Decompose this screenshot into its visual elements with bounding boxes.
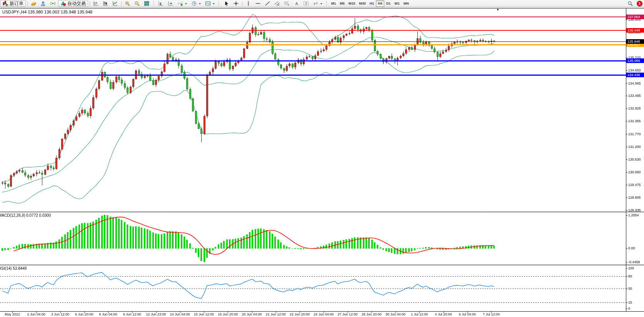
timeframe-button-m30[interactable]: M30 [357, 0, 368, 7]
price-tick-label: 131.770 [628, 132, 641, 136]
new-order-button[interactable]: 新订单 [0, 0, 26, 7]
macd-tick-label: -0.4458 [628, 260, 640, 264]
time-axis-label[interactable]: 3 Jun 12:00 [51, 312, 69, 316]
timeframe-button-d1[interactable]: D1 [384, 0, 393, 7]
chevron-down-icon: ▼ [212, 2, 215, 5]
timeframe-button-h1[interactable]: H1 [368, 0, 376, 7]
time-axis-label[interactable]: 28 Jun 20:00 [362, 312, 382, 316]
time-axis-label[interactable]: 8 Jun 04:00 [99, 312, 117, 316]
rsi-tick-label: 100 [628, 266, 634, 270]
time-axis-label[interactable]: 4 Jul 20:00 [435, 312, 452, 316]
zoom-out-button[interactable] [133, 0, 142, 7]
crosshair-button[interactable] [232, 0, 240, 7]
time-axis-label[interactable]: 2 Jun 04:00 [27, 312, 45, 316]
channel-button[interactable]: E [273, 0, 282, 7]
time-axis-label[interactable]: 12 Jun 23:00 [146, 312, 166, 316]
toolbar-separator [121, 1, 122, 6]
indicators-button[interactable]: ▼ [176, 0, 189, 7]
autotrading-button-label: 自动交易 [67, 0, 86, 7]
zoom-in-icon [125, 1, 130, 6]
macd-tick-label: 1.2054 [628, 213, 639, 217]
text-button[interactable]: A [292, 0, 301, 7]
timeframe-button-w1[interactable]: W1 [392, 0, 402, 7]
auto-scroll-button[interactable] [157, 0, 165, 7]
chart-line-icon [112, 1, 118, 6]
time-axis-label[interactable]: May 2022 [5, 312, 20, 316]
cursor-button[interactable] [222, 0, 231, 7]
autotrading-button[interactable]: 自动交易 [58, 0, 88, 7]
price-level-badge: 134.436 [626, 73, 644, 77]
time-axis-label[interactable]: 14 Jun 04:00 [170, 312, 190, 316]
mt4-terminal-window: 新订单自动交易▼▼▼EFAT▼M1M5M15M30H1H4D1W1MN1 USD… [0, 0, 644, 317]
search-button[interactable] [626, 0, 635, 7]
toolbar-grip [153, 1, 155, 6]
indicators-icon [177, 1, 183, 6]
price-tick-label: 130.630 [628, 158, 641, 161]
text-icon: A [294, 1, 299, 6]
time-axis-label[interactable]: 7 Jul 12:00 [483, 312, 500, 316]
fibonacci-button[interactable]: F [282, 0, 291, 7]
rsi-indicator-label: RSI(14) 53.8449 [0, 266, 27, 271]
chevron-down-icon: ▼ [199, 2, 201, 5]
timeframe-button-mn[interactable]: MN [402, 0, 411, 7]
time-axis-label[interactable]: 1 Jul 12:00 [411, 312, 428, 316]
timeframe-button-m15[interactable]: M15 [347, 0, 357, 7]
tile-windows-button[interactable] [142, 0, 151, 7]
time-axis-label[interactable]: 24 Jun 04:00 [314, 312, 334, 316]
rsi-tick-label: 50 [628, 287, 632, 290]
chart-bars-button[interactable] [92, 0, 100, 7]
notification-badge[interactable]: 1 [637, 1, 642, 7]
vertical-line-button[interactable] [244, 0, 253, 7]
auto-scroll-icon [158, 1, 164, 6]
price-level-badge: 136.448 [626, 28, 644, 33]
time-axis-label[interactable]: 30 Jun 04:00 [385, 312, 405, 316]
price-tick-label: 132.355 [628, 119, 641, 123]
zoom-in-button[interactable] [123, 0, 132, 7]
time-axis-label[interactable]: 6 Jul 04:00 [459, 312, 476, 316]
time-axis-label[interactable]: 21 Jun 12:00 [266, 312, 286, 316]
macd-indicator-label: MACD(12,26,9) 0.0772 0.0300 [0, 213, 51, 217]
autotrade-icon [60, 1, 66, 6]
time-axis-label[interactable]: 15 Jun 12:00 [194, 312, 214, 316]
time-axis-label[interactable]: 22 Jun 20:00 [290, 312, 310, 316]
symbols-button[interactable] [29, 0, 38, 7]
chart-shift-marker-icon[interactable]: ▼ [496, 8, 499, 12]
profile-button[interactable] [39, 0, 48, 7]
timeframe-button-m1[interactable]: M1 [329, 0, 338, 7]
time-axis-label[interactable]: 27 Jun 12:00 [337, 312, 357, 316]
time-axis-label[interactable]: 9 Jun 12:00 [123, 312, 141, 316]
arrows-button[interactable]: ▼ [311, 0, 324, 7]
symbols-icon [31, 1, 37, 6]
profile-icon [40, 1, 46, 6]
chart-shift-icon [168, 1, 174, 6]
timeframe-button-h4[interactable]: H4 [376, 0, 384, 7]
toolbar-grip [219, 1, 220, 6]
time-axis-label[interactable]: 20 Jun 04:00 [242, 312, 262, 316]
search-icon [627, 1, 633, 6]
periods-button[interactable]: ▼ [190, 0, 203, 7]
macd-tick-label: 0.00 [628, 246, 635, 250]
rsi-tick-label: 80 [628, 274, 632, 278]
toolbar-separator [27, 1, 28, 6]
periods-icon [191, 1, 197, 6]
horizontal-line-button[interactable] [254, 0, 262, 7]
chart-ohlc-title: USDJPY-,H4 135.980 136.002 135.948 135.9… [2, 10, 92, 14]
label-button[interactable]: T [302, 0, 310, 7]
chart-canvas[interactable] [0, 0, 644, 317]
hline-icon [255, 1, 261, 6]
price-tick-label: 129.475 [628, 183, 641, 187]
chart-line-button[interactable] [111, 0, 120, 7]
chart-shift-button[interactable] [166, 0, 175, 7]
price-tick-label: 128.905 [628, 196, 641, 199]
time-axis-label[interactable]: 6 Jun 20:00 [75, 312, 93, 316]
price-tick-label: 134.650 [628, 68, 641, 72]
toolbar-separator [242, 1, 242, 6]
templates-button[interactable]: ▼ [204, 0, 217, 7]
chart-candles-button[interactable] [101, 0, 110, 7]
price-tick-label: 132.925 [628, 106, 641, 110]
time-axis-label[interactable]: 16 Jun 20:00 [218, 312, 238, 316]
svg-text:F: F [288, 4, 289, 6]
signals-button[interactable] [48, 0, 57, 7]
timeframe-button-m5[interactable]: M5 [338, 0, 347, 7]
trendline-button[interactable] [263, 0, 272, 7]
